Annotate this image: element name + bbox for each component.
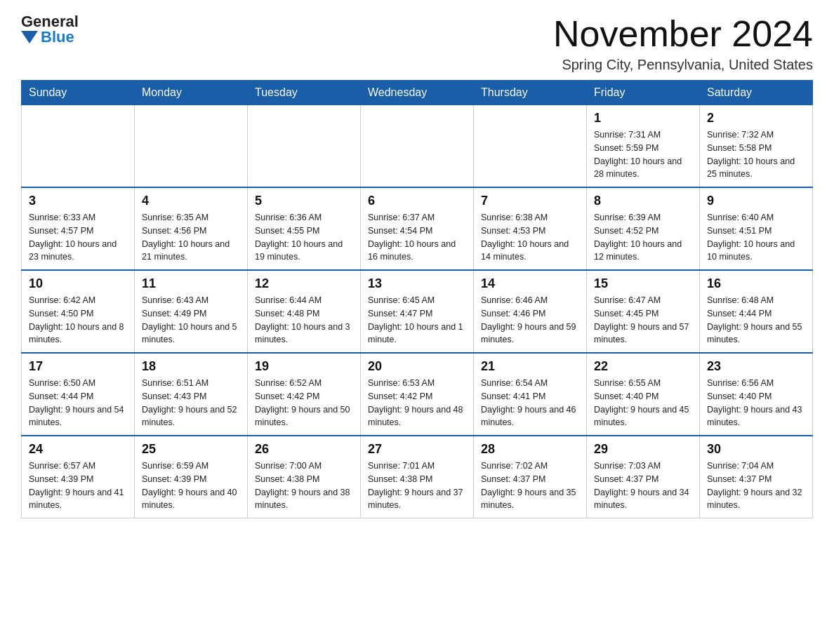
day-number: 19 xyxy=(255,359,353,374)
calendar-cell: 25Sunrise: 6:59 AMSunset: 4:39 PMDayligh… xyxy=(135,436,248,518)
calendar-week-2: 3Sunrise: 6:33 AMSunset: 4:57 PMDaylight… xyxy=(22,187,813,270)
calendar-cell: 8Sunrise: 6:39 AMSunset: 4:52 PMDaylight… xyxy=(587,187,700,270)
logo-blue-row: Blue xyxy=(21,29,74,45)
day-info: Sunrise: 6:52 AMSunset: 4:42 PMDaylight:… xyxy=(255,377,353,429)
day-info: Sunrise: 6:55 AMSunset: 4:40 PMDaylight:… xyxy=(594,377,692,429)
day-info: Sunrise: 7:31 AMSunset: 5:59 PMDaylight:… xyxy=(594,128,692,181)
calendar-cell: 5Sunrise: 6:36 AMSunset: 4:55 PMDaylight… xyxy=(248,187,361,270)
calendar-cell: 14Sunrise: 6:46 AMSunset: 4:46 PMDayligh… xyxy=(474,270,587,353)
calendar-cell: 18Sunrise: 6:51 AMSunset: 4:43 PMDayligh… xyxy=(135,353,248,436)
day-number: 10 xyxy=(29,276,127,291)
logo-blue-text: Blue xyxy=(41,29,74,45)
day-number: 4 xyxy=(142,194,240,208)
day-info: Sunrise: 6:39 AMSunset: 4:52 PMDaylight:… xyxy=(594,211,692,264)
logo: General Blue xyxy=(21,14,79,45)
day-info: Sunrise: 6:47 AMSunset: 4:45 PMDaylight:… xyxy=(594,294,692,347)
calendar-cell: 19Sunrise: 6:52 AMSunset: 4:42 PMDayligh… xyxy=(248,353,361,436)
day-number: 14 xyxy=(481,276,579,291)
calendar-cell: 3Sunrise: 6:33 AMSunset: 4:57 PMDaylight… xyxy=(22,187,135,270)
calendar-cell: 23Sunrise: 6:56 AMSunset: 4:40 PMDayligh… xyxy=(700,353,813,436)
calendar-week-1: 1Sunrise: 7:31 AMSunset: 5:59 PMDaylight… xyxy=(22,105,813,188)
calendar-cell: 12Sunrise: 6:44 AMSunset: 4:48 PMDayligh… xyxy=(248,270,361,353)
calendar-cell xyxy=(361,105,474,188)
day-number: 2 xyxy=(707,111,805,126)
weekday-header-thursday: Thursday xyxy=(474,81,587,105)
day-info: Sunrise: 6:44 AMSunset: 4:48 PMDaylight:… xyxy=(255,294,353,347)
day-number: 21 xyxy=(481,359,579,374)
weekday-header-tuesday: Tuesday xyxy=(248,81,361,105)
day-info: Sunrise: 6:59 AMSunset: 4:39 PMDaylight:… xyxy=(142,459,240,512)
calendar-cell: 7Sunrise: 6:38 AMSunset: 4:53 PMDaylight… xyxy=(474,187,587,270)
day-info: Sunrise: 6:46 AMSunset: 4:46 PMDaylight:… xyxy=(481,294,579,347)
weekday-header-sunday: Sunday xyxy=(22,81,135,105)
day-number: 28 xyxy=(481,442,579,457)
location-text: Spring City, Pennsylvania, United States xyxy=(553,57,813,73)
day-number: 22 xyxy=(594,359,692,374)
logo-general-text: General xyxy=(21,14,79,29)
calendar-week-3: 10Sunrise: 6:42 AMSunset: 4:50 PMDayligh… xyxy=(22,270,813,353)
day-info: Sunrise: 7:04 AMSunset: 4:37 PMDaylight:… xyxy=(707,459,805,512)
calendar-cell: 2Sunrise: 7:32 AMSunset: 5:58 PMDaylight… xyxy=(700,105,813,188)
logo-triangle-icon xyxy=(21,31,38,43)
day-info: Sunrise: 6:51 AMSunset: 4:43 PMDaylight:… xyxy=(142,377,240,429)
calendar-cell: 21Sunrise: 6:54 AMSunset: 4:41 PMDayligh… xyxy=(474,353,587,436)
weekday-header-saturday: Saturday xyxy=(700,81,813,105)
day-number: 27 xyxy=(368,442,466,457)
title-block: November 2024 Spring City, Pennsylvania,… xyxy=(553,14,813,73)
day-number: 18 xyxy=(142,359,240,374)
day-info: Sunrise: 7:02 AMSunset: 4:37 PMDaylight:… xyxy=(481,459,579,512)
calendar-cell xyxy=(248,105,361,188)
calendar-cell: 24Sunrise: 6:57 AMSunset: 4:39 PMDayligh… xyxy=(22,436,135,518)
month-title: November 2024 xyxy=(553,14,813,54)
day-info: Sunrise: 6:35 AMSunset: 4:56 PMDaylight:… xyxy=(142,211,240,264)
weekday-header-row: SundayMondayTuesdayWednesdayThursdayFrid… xyxy=(22,81,813,105)
calendar-cell: 30Sunrise: 7:04 AMSunset: 4:37 PMDayligh… xyxy=(700,436,813,518)
day-number: 26 xyxy=(255,442,353,457)
weekday-header-monday: Monday xyxy=(135,81,248,105)
calendar-cell: 9Sunrise: 6:40 AMSunset: 4:51 PMDaylight… xyxy=(700,187,813,270)
calendar-cell: 29Sunrise: 7:03 AMSunset: 4:37 PMDayligh… xyxy=(587,436,700,518)
day-info: Sunrise: 6:38 AMSunset: 4:53 PMDaylight:… xyxy=(481,211,579,264)
day-number: 9 xyxy=(707,194,805,208)
day-info: Sunrise: 6:40 AMSunset: 4:51 PMDaylight:… xyxy=(707,211,805,264)
day-info: Sunrise: 6:43 AMSunset: 4:49 PMDaylight:… xyxy=(142,294,240,347)
day-info: Sunrise: 6:42 AMSunset: 4:50 PMDaylight:… xyxy=(29,294,127,347)
calendar-cell: 13Sunrise: 6:45 AMSunset: 4:47 PMDayligh… xyxy=(361,270,474,353)
calendar-week-4: 17Sunrise: 6:50 AMSunset: 4:44 PMDayligh… xyxy=(22,353,813,436)
day-number: 20 xyxy=(368,359,466,374)
day-info: Sunrise: 6:56 AMSunset: 4:40 PMDaylight:… xyxy=(707,377,805,429)
day-number: 24 xyxy=(29,442,127,457)
day-info: Sunrise: 6:54 AMSunset: 4:41 PMDaylight:… xyxy=(481,377,579,429)
day-number: 29 xyxy=(594,442,692,457)
day-info: Sunrise: 7:03 AMSunset: 4:37 PMDaylight:… xyxy=(594,459,692,512)
calendar-cell: 15Sunrise: 6:47 AMSunset: 4:45 PMDayligh… xyxy=(587,270,700,353)
day-number: 16 xyxy=(707,276,805,291)
day-number: 3 xyxy=(29,194,127,208)
day-info: Sunrise: 7:01 AMSunset: 4:38 PMDaylight:… xyxy=(368,459,466,512)
day-info: Sunrise: 6:50 AMSunset: 4:44 PMDaylight:… xyxy=(29,377,127,429)
calendar-cell: 20Sunrise: 6:53 AMSunset: 4:42 PMDayligh… xyxy=(361,353,474,436)
calendar-cell: 4Sunrise: 6:35 AMSunset: 4:56 PMDaylight… xyxy=(135,187,248,270)
calendar-cell xyxy=(474,105,587,188)
calendar-cell: 27Sunrise: 7:01 AMSunset: 4:38 PMDayligh… xyxy=(361,436,474,518)
day-info: Sunrise: 6:45 AMSunset: 4:47 PMDaylight:… xyxy=(368,294,466,347)
calendar-cell: 10Sunrise: 6:42 AMSunset: 4:50 PMDayligh… xyxy=(22,270,135,353)
day-number: 5 xyxy=(255,194,353,208)
day-number: 23 xyxy=(707,359,805,374)
day-number: 8 xyxy=(594,194,692,208)
weekday-header-wednesday: Wednesday xyxy=(361,81,474,105)
day-number: 30 xyxy=(707,442,805,457)
calendar-cell: 6Sunrise: 6:37 AMSunset: 4:54 PMDaylight… xyxy=(361,187,474,270)
day-info: Sunrise: 6:37 AMSunset: 4:54 PMDaylight:… xyxy=(368,211,466,264)
day-info: Sunrise: 7:00 AMSunset: 4:38 PMDaylight:… xyxy=(255,459,353,512)
day-number: 15 xyxy=(594,276,692,291)
day-number: 7 xyxy=(481,194,579,208)
calendar-cell: 26Sunrise: 7:00 AMSunset: 4:38 PMDayligh… xyxy=(248,436,361,518)
day-number: 25 xyxy=(142,442,240,457)
day-info: Sunrise: 6:53 AMSunset: 4:42 PMDaylight:… xyxy=(368,377,466,429)
calendar-cell: 17Sunrise: 6:50 AMSunset: 4:44 PMDayligh… xyxy=(22,353,135,436)
calendar-cell xyxy=(135,105,248,188)
day-info: Sunrise: 6:48 AMSunset: 4:44 PMDaylight:… xyxy=(707,294,805,347)
day-info: Sunrise: 7:32 AMSunset: 5:58 PMDaylight:… xyxy=(707,128,805,181)
page-header: General Blue November 2024 Spring City, … xyxy=(21,14,813,73)
